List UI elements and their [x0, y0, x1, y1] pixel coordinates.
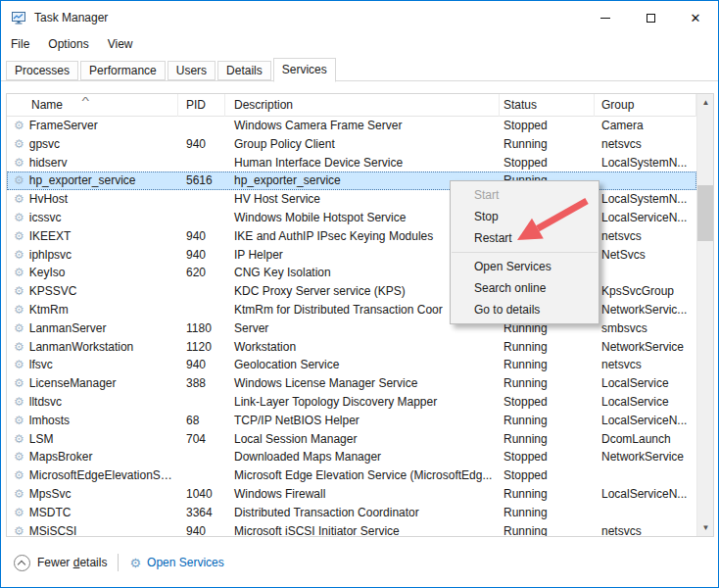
table-row[interactable]: ⚙hidservHuman Interface Device ServiceSt…	[7, 154, 696, 172]
table-row[interactable]: ⚙MapsBrokerDownloaded Maps ManagerStoppe…	[7, 448, 696, 466]
service-name-label: MapsBroker	[29, 450, 93, 464]
service-name-label: LSM	[29, 432, 54, 446]
service-pid-cell: 1180	[178, 319, 225, 338]
context-menu-item-search-online[interactable]: Search online	[451, 277, 599, 299]
service-gear-icon: ⚙	[14, 284, 24, 298]
service-gear-icon: ⚙	[14, 156, 24, 170]
service-name-cell: ⚙MicrosoftEdgeElevationSer...	[7, 466, 178, 485]
table-row[interactable]: ⚙gpsvc940Group Policy ClientRunningnetsv…	[7, 135, 696, 154]
column-header-name[interactable]: Name ^	[7, 94, 178, 117]
context-menu-item-stop[interactable]: Stop	[451, 206, 599, 227]
open-services-label: Open Services	[147, 556, 224, 569]
context-menu-item-go-to-details[interactable]: Go to details	[451, 299, 599, 320]
table-row[interactable]: ⚙MicrosoftEdgeElevationSer...Microsoft E…	[7, 466, 696, 485]
service-status-cell: Stopped	[500, 466, 595, 485]
table-row[interactable]: ⚙lfsvc940Geolocation ServiceRunningnetsv…	[7, 356, 696, 374]
tab-services[interactable]: Services	[273, 58, 336, 82]
service-gear-icon: ⚙	[14, 192, 24, 206]
open-services-link[interactable]: ⚙ Open Services	[129, 556, 223, 570]
menu-file[interactable]: File	[11, 34, 38, 51]
vertical-scrollbar[interactable]: ▲ ▼	[696, 94, 713, 536]
service-group-cell: LocalServiceN...	[595, 412, 696, 430]
column-header-description[interactable]: Description	[225, 94, 500, 117]
column-header-group[interactable]: Group	[595, 94, 696, 117]
table-row[interactable]: ⚙MSiSCSI940Microsoft iSCSI Initiator Ser…	[7, 522, 696, 536]
column-header-status-label: Status	[503, 98, 537, 112]
service-gear-icon: ⚙	[14, 211, 24, 224]
tab-details[interactable]: Details	[217, 61, 271, 80]
service-pid-cell	[178, 154, 225, 172]
menu-options[interactable]: Options	[48, 34, 97, 51]
service-gear-icon: ⚙	[14, 303, 24, 317]
service-gear-icon: ⚙	[14, 321, 24, 335]
menu-view[interactable]: View	[108, 34, 142, 51]
service-pid-cell	[178, 282, 225, 301]
service-name-label: icssvc	[29, 211, 62, 224]
service-pid-cell	[178, 448, 225, 466]
table-row[interactable]: ⚙LicenseManager388Windows License Manage…	[7, 374, 696, 393]
service-group-cell: NetworkService	[595, 448, 696, 466]
service-name-cell: ⚙MapsBroker	[7, 448, 178, 466]
service-status-cell: Stopped	[500, 448, 595, 466]
task-manager-window: Task Manager ✕ FileOptionsView Processes…	[0, 0, 719, 588]
column-header-pid[interactable]: PID	[178, 94, 225, 117]
service-description-cell: Geolocation Service	[225, 356, 500, 374]
service-name-cell: ⚙LicenseManager	[7, 374, 178, 393]
services-list-panel: Name ^ PID Description Status Group ⚙Fra…	[6, 93, 714, 537]
service-status-cell: Running	[500, 485, 595, 504]
table-header: Name ^ PID Description Status Group	[7, 94, 713, 117]
table-row[interactable]: ⚙LanmanWorkstation1120WorkstationRunning…	[7, 338, 696, 357]
minimize-button[interactable]	[583, 1, 628, 34]
table-row[interactable]: ⚙lmhosts68TCP/IP NetBIOS HelperRunningLo…	[7, 412, 696, 430]
service-name-label: MicrosoftEdgeElevationSer...	[29, 468, 178, 482]
service-group-cell: LocalServiceN...	[595, 485, 696, 504]
service-name-label: LanmanWorkstation	[29, 340, 134, 354]
menu-bar: FileOptionsView	[1, 34, 718, 56]
service-name-label: MSiSCSI	[29, 524, 77, 536]
column-header-status[interactable]: Status	[500, 94, 595, 117]
close-button[interactable]: ✕	[673, 1, 718, 34]
sort-ascending-icon: ^	[82, 94, 90, 113]
tab-processes[interactable]: Processes	[6, 61, 78, 80]
table-row[interactable]: ⚙MpsSvc1040Windows FirewallRunningLocalS…	[7, 485, 696, 504]
table-row[interactable]: ⚙LSM704Local Session ManagerRunningDcomL…	[7, 430, 696, 449]
service-description-cell: Downloaded Maps Manager	[225, 448, 500, 466]
chevron-up-circle-icon	[14, 555, 30, 571]
service-name-label: lmhosts	[29, 414, 70, 427]
service-pid-cell: 3364	[178, 504, 225, 522]
service-name-cell: ⚙lmhosts	[7, 412, 178, 430]
service-description-cell: Distributed Transaction Coordinator	[225, 504, 500, 522]
services-gear-icon: ⚙	[129, 556, 141, 570]
service-group-cell: netsvcs	[595, 227, 696, 246]
service-name-cell: ⚙gpsvc	[7, 135, 178, 154]
table-row[interactable]: ⚙MSDTC3364Distributed Transaction Coordi…	[7, 504, 696, 522]
service-name-label: hidserv	[29, 156, 68, 170]
service-gear-icon: ⚙	[14, 450, 24, 464]
service-gear-icon: ⚙	[14, 376, 24, 390]
tab-performance[interactable]: Performance	[80, 61, 166, 80]
service-name-label: HvHost	[29, 192, 68, 206]
window-title: Task Manager	[34, 1, 108, 34]
table-row[interactable]: ⚙lltdsvcLink-Layer Topology Discovery Ma…	[7, 393, 696, 412]
scroll-down-icon[interactable]: ▼	[697, 519, 714, 536]
service-gear-icon: ⚙	[14, 229, 24, 243]
service-name-label: gpsvc	[29, 137, 60, 151]
service-description-cell: Microsoft iSCSI Initiator Service	[225, 522, 500, 536]
scrollbar-thumb[interactable]	[697, 185, 714, 241]
service-name-cell: ⚙HvHost	[7, 190, 178, 209]
service-group-cell	[595, 264, 696, 282]
menu-separator	[452, 252, 598, 253]
service-pid-cell: 620	[178, 264, 225, 282]
table-row[interactable]: ⚙FrameServerWindows Camera Frame ServerS…	[7, 117, 696, 135]
tab-users[interactable]: Users	[168, 61, 216, 80]
service-name-label: KPSSVC	[29, 284, 77, 298]
context-menu-item-restart[interactable]: Restart	[451, 227, 599, 249]
scroll-up-icon[interactable]: ▲	[697, 94, 714, 111]
service-description-cell: Workstation	[225, 338, 500, 357]
service-name-cell: ⚙LSM	[7, 430, 178, 449]
fewer-details-button[interactable]: Fewer details	[14, 555, 107, 571]
service-name-cell: ⚙KeyIso	[7, 264, 178, 282]
context-menu-item-open-services[interactable]: Open Services	[451, 256, 599, 277]
service-group-cell: LocalSystemN...	[595, 154, 696, 172]
maximize-button[interactable]	[628, 1, 673, 34]
